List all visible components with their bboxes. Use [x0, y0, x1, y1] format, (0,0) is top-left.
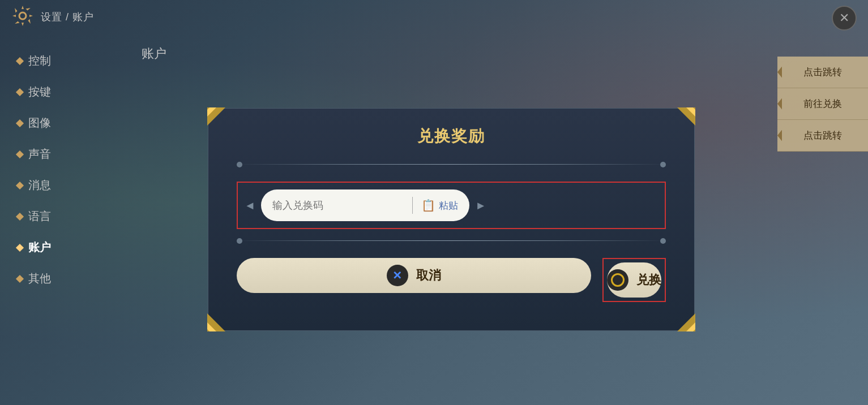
redeem-inner-circle: [611, 273, 625, 287]
paste-label: 粘贴: [439, 199, 458, 212]
button-row: ✕ 取消 兑换: [237, 258, 666, 302]
input-divider: [412, 197, 413, 214]
right-button-1[interactable]: 点击跳转: [777, 57, 868, 88]
diamond-icon: [16, 150, 24, 158]
redeem-label: 兑换: [636, 272, 661, 288]
diamond-icon: [16, 57, 24, 64]
breadcrumb: 设置 / 账户: [41, 10, 94, 24]
right-btn-label-2: 前往兑换: [803, 97, 842, 110]
input-row: ◄ 📋 粘贴 ►: [245, 189, 658, 221]
sidebar-item-account[interactable]: 账户: [0, 232, 125, 263]
modal-title: 兑换奖励: [237, 126, 666, 147]
corner-decoration-tr: [677, 107, 695, 126]
sidebar-item-other[interactable]: 其他: [0, 263, 125, 294]
corner-decoration-tl: [207, 107, 225, 126]
bottom-divider: [237, 240, 666, 241]
input-highlight-box: ◄ 📋 粘贴 ►: [237, 182, 666, 229]
redeem-code-input[interactable]: [272, 200, 404, 212]
sidebar-label-other: 其他: [28, 271, 51, 286]
sidebar-label-language: 语言: [28, 209, 51, 224]
close-button[interactable]: ✕: [832, 6, 857, 31]
gear-icon: [11, 5, 34, 29]
sidebar-item-message[interactable]: 消息: [0, 170, 125, 201]
diamond-icon: [16, 212, 24, 220]
corner-decoration-br: [677, 313, 695, 331]
sidebar-label-graphics: 图像: [28, 115, 51, 131]
redeem-modal: 兑换奖励 ◄ 📋 粘贴 ►: [208, 108, 695, 331]
arrow-left-icon: ◄: [245, 199, 256, 212]
svg-point-0: [19, 12, 26, 19]
diamond-icon: [16, 181, 24, 189]
sidebar-item-graphics[interactable]: 图像: [0, 107, 125, 139]
paste-button[interactable]: 📋 粘贴: [421, 199, 458, 212]
sidebar-label-control: 控制: [28, 53, 51, 68]
redeem-circle-icon: [607, 269, 628, 291]
right-btn-label-3: 点击跳转: [803, 129, 842, 142]
top-divider: [237, 164, 666, 165]
sidebar-item-language[interactable]: 语言: [0, 201, 125, 232]
sidebar-item-keybind[interactable]: 按键: [0, 76, 125, 107]
right-button-3[interactable]: 点击跳转: [777, 120, 868, 152]
sidebar-label-message: 消息: [28, 178, 51, 193]
cancel-label: 取消: [416, 267, 441, 284]
cancel-x-icon: ✕: [387, 265, 408, 286]
input-wrapper: 📋 粘贴: [261, 189, 469, 221]
sidebar-item-control[interactable]: 控制: [0, 45, 125, 76]
diamond-icon: [16, 88, 24, 96]
diamond-icon: [16, 274, 24, 282]
right-button-2[interactable]: 前往兑换: [777, 88, 868, 120]
sidebar-label-audio: 声音: [28, 147, 51, 162]
corner-decoration-bl: [207, 313, 225, 331]
cancel-button[interactable]: ✕ 取消: [237, 258, 591, 293]
diamond-icon-active: [16, 243, 24, 251]
paste-icon: 📋: [421, 199, 435, 212]
modal-overlay: 兑换奖励 ◄ 📋 粘贴 ►: [125, 34, 777, 405]
right-buttons: 点击跳转 前往兑换 点击跳转: [777, 57, 868, 152]
close-icon: ✕: [839, 11, 849, 25]
redeem-highlight-box: 兑换: [602, 258, 666, 302]
redeem-button[interactable]: 兑换: [607, 262, 661, 298]
sidebar-item-audio[interactable]: 声音: [0, 139, 125, 170]
right-btn-label-1: 点击跳转: [803, 66, 842, 79]
sidebar-label-keybind: 按键: [28, 84, 51, 100]
sidebar-label-account: 账户: [28, 240, 51, 255]
diamond-icon: [16, 119, 24, 127]
arrow-right-icon: ►: [475, 199, 486, 212]
top-bar: 设置 / 账户: [0, 0, 868, 34]
sidebar: 控制 按键 图像 声音 消息 语言 账户 其他: [0, 34, 125, 405]
